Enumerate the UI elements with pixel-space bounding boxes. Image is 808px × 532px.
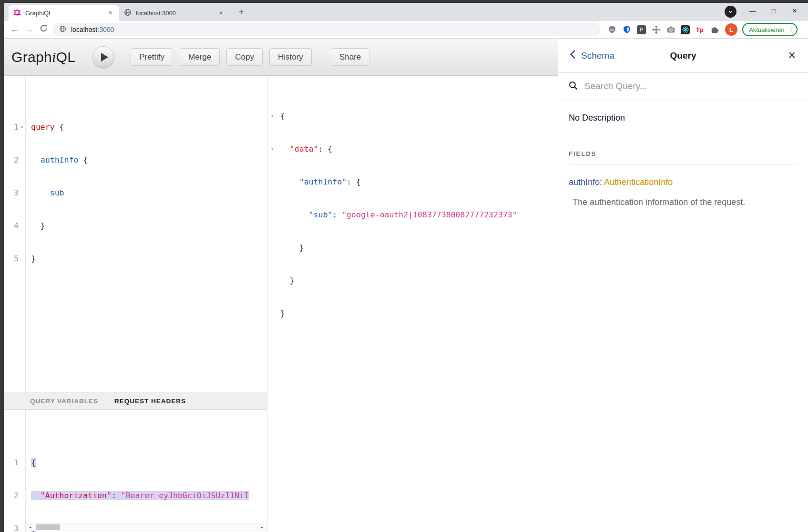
- doc-search-row: [558, 73, 808, 100]
- ublock-shield-icon[interactable]: UO: [607, 25, 617, 34]
- line-number: 2: [4, 490, 19, 501]
- field-item: authInfo: AuthenticationInfo: [569, 177, 798, 187]
- code-line: }: [280, 308, 285, 319]
- globe-icon: [124, 9, 132, 18]
- bitwarden-shield-icon[interactable]: [622, 25, 632, 34]
- tampermonkey-tp-icon[interactable]: Tp: [695, 25, 705, 34]
- tab-request-headers[interactable]: REQUEST HEADERS: [114, 398, 186, 405]
- tab-close-icon[interactable]: ×: [217, 9, 225, 17]
- extension-p-icon[interactable]: P: [637, 25, 646, 34]
- query-column: 1▾query { 2 authInfo { 3 sub 4 } 5} QUER…: [4, 76, 267, 532]
- editors-area: 1▾query { 2 authInfo { 3 sub 4 } 5} QUER…: [4, 76, 558, 532]
- search-icon: [569, 81, 578, 92]
- code-line: authInfo {: [25, 154, 88, 165]
- code-line: {: [280, 111, 285, 122]
- tab-close-icon[interactable]: ×: [106, 9, 114, 17]
- graphiql-app: GraphiQL Prettify Merge Copy History Sha…: [4, 39, 808, 532]
- tab-graphiql[interactable]: GraphiQL ×: [9, 5, 119, 21]
- copy-button[interactable]: Copy: [226, 48, 263, 66]
- scrollbar-thumb[interactable]: [36, 524, 60, 530]
- url-host: localhost: [71, 26, 97, 33]
- doc-back-label: Schema: [581, 51, 614, 61]
- tab-title: GraphiQL: [25, 10, 106, 17]
- code-line: {: [25, 457, 36, 468]
- line-number: 4: [4, 220, 19, 231]
- doc-body: No Description FIELDS authInfo: Authenti…: [558, 100, 808, 220]
- scroll-left-icon[interactable]: ◄: [26, 522, 34, 532]
- scrollbar-track[interactable]: [34, 524, 258, 531]
- doc-search-input[interactable]: [584, 81, 798, 92]
- horizontal-scrollbar[interactable]: ◄ ►: [26, 523, 266, 531]
- code-line: "data": {: [280, 143, 332, 154]
- camera-icon[interactable]: [666, 25, 675, 34]
- no-description-text: No Description: [569, 113, 798, 123]
- graphiql-toolbar: GraphiQL Prettify Merge Copy History Sha…: [4, 39, 558, 76]
- svg-text:UO: UO: [610, 28, 614, 31]
- minimize-button[interactable]: —: [742, 3, 763, 19]
- code-line: "Authorization": "Bearer eyJhbGciOiJSUzI…: [25, 490, 249, 501]
- react-devtools-icon[interactable]: [681, 25, 690, 34]
- scroll-right-icon[interactable]: ►: [258, 522, 266, 532]
- tab-strip: GraphiQL × localhost:3000 × + — □ ×: [4, 3, 808, 21]
- request-headers-editor[interactable]: 1{ 2 "Authorization": "Bearer eyJhbGciOi…: [4, 410, 267, 532]
- doc-explorer: Schema Query × No Description FIELDS aut…: [558, 39, 808, 532]
- gutter-divider: [25, 76, 26, 392]
- variables-section: QUERY VARIABLES REQUEST HEADERS 1{ 2 "Au…: [4, 392, 267, 532]
- extensions-puzzle-icon[interactable]: [710, 25, 719, 34]
- tab-title: localhost:3000: [136, 10, 217, 17]
- code-line: "sub": "google-oauth2|108377380082777232…: [280, 209, 517, 220]
- code-line: "authInfo": {: [280, 176, 361, 187]
- forward-icon[interactable]: →: [22, 24, 36, 35]
- query-editor[interactable]: 1▾query { 2 authInfo { 3 sub 4 } 5}: [4, 76, 267, 392]
- fold-arrow-icon[interactable]: ▾: [267, 143, 280, 154]
- code-line: }: [280, 275, 295, 286]
- url-bar[interactable]: localhost :3000: [52, 23, 601, 36]
- share-button[interactable]: Share: [331, 48, 369, 66]
- profile-avatar[interactable]: L: [725, 23, 737, 36]
- doc-title: Query: [670, 51, 696, 61]
- chevron-left-icon: [570, 50, 576, 61]
- code-line: query {: [25, 122, 64, 133]
- doc-explorer-header: Schema Query ×: [558, 39, 808, 73]
- history-button[interactable]: History: [269, 48, 312, 66]
- field-type-link[interactable]: AuthenticationInfo: [604, 177, 673, 187]
- tab-separator: [230, 8, 230, 17]
- fields-divider: [569, 164, 798, 164]
- update-label: Aktualisieren: [749, 26, 784, 33]
- code-line: sub: [25, 187, 64, 198]
- result-viewer[interactable]: ▾{ ▾ "data": { "authInfo": { "sub": "goo…: [267, 76, 558, 532]
- browser-window: GraphiQL × localhost:3000 × + — □ × ← →: [4, 3, 808, 532]
- prettify-button[interactable]: Prettify: [131, 48, 173, 66]
- browser-toolbar: ← → localhost :3000 UO P: [4, 21, 808, 39]
- fold-arrow-icon[interactable]: ▾: [19, 122, 25, 133]
- download-indicator-icon[interactable]: [725, 6, 736, 18]
- doc-back-link[interactable]: Schema: [570, 50, 614, 61]
- fields-section-label: FIELDS: [569, 150, 798, 157]
- fold-arrow-icon[interactable]: ▾: [267, 111, 280, 122]
- code-line: }: [25, 220, 45, 231]
- gutter-divider: [25, 410, 26, 532]
- field-name-link[interactable]: authInfo: [569, 177, 600, 187]
- extension-icons: UO P Tp: [607, 25, 719, 34]
- doc-close-icon[interactable]: ×: [788, 49, 796, 62]
- line-number: 1: [4, 457, 19, 468]
- execute-query-button[interactable]: [92, 46, 114, 68]
- back-icon[interactable]: ←: [8, 24, 22, 35]
- update-chrome-button[interactable]: Aktualisieren ⋮: [742, 23, 798, 36]
- reload-icon[interactable]: [36, 24, 51, 35]
- maximize-button[interactable]: □: [763, 3, 784, 19]
- field-description: The authentication information of the re…: [569, 197, 798, 207]
- merge-button[interactable]: Merge: [180, 48, 220, 66]
- new-tab-button[interactable]: +: [235, 6, 247, 19]
- tab-query-variables[interactable]: QUERY VARIABLES: [30, 398, 98, 405]
- url-port: :3000: [97, 26, 114, 33]
- code-line: }: [280, 242, 304, 253]
- line-number: 1: [4, 122, 19, 133]
- graphql-favicon-icon: [13, 9, 21, 18]
- browser-menu-icon[interactable]: ⋮: [788, 26, 794, 33]
- tab-localhost[interactable]: localhost:3000 ×: [119, 5, 230, 21]
- code-line: }: [25, 253, 36, 264]
- site-info-globe-icon[interactable]: [59, 25, 66, 34]
- close-window-button[interactable]: ×: [784, 3, 805, 19]
- move-cross-icon[interactable]: [651, 25, 661, 34]
